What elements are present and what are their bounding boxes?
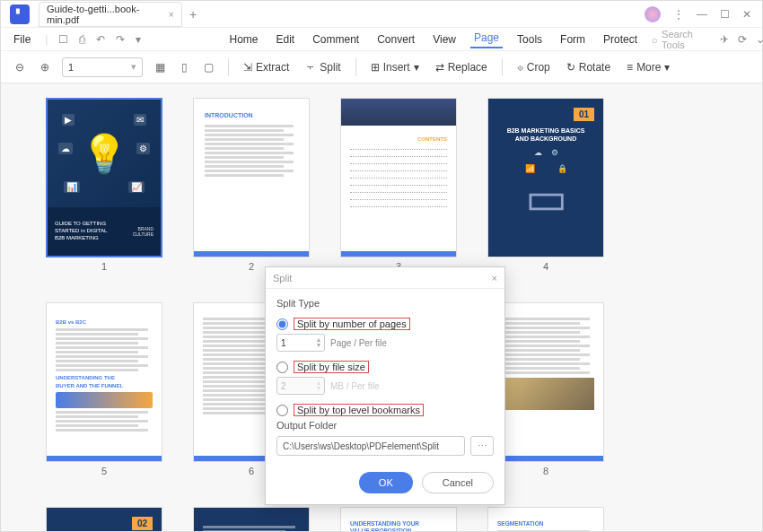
ok-button[interactable]: OK	[359, 472, 413, 493]
maximize-button[interactable]: ☐	[720, 8, 730, 21]
close-window-button[interactable]: ✕	[742, 8, 751, 21]
menu-home[interactable]: Home	[225, 31, 261, 48]
app-logo-icon: ▘	[10, 4, 30, 24]
dialog-titlebar: Split ×	[266, 267, 504, 289]
tab-title: Guide-to-getti...book-min.pdf	[47, 4, 160, 25]
kebab-icon[interactable]: ⋮	[673, 8, 684, 21]
page-toolbar: ⊖ ⊕ 1▾ ▦ ▯ ▢ ⇲Extract ⫟Split ⊞Insert▾ ⇄R…	[1, 51, 762, 83]
more-button[interactable]: ≡More▾	[623, 59, 673, 75]
crop-icon: ⟐	[517, 61, 523, 74]
thumb-label: 2	[249, 261, 254, 272]
chevron-down-icon[interactable]: ⌄	[756, 33, 763, 46]
insert-icon: ⊞	[371, 61, 380, 74]
pg4-num: 01	[574, 108, 594, 121]
menu-protect[interactable]: Protect	[600, 31, 641, 48]
dialog-title: Split	[273, 273, 292, 283]
thumbnails-icon[interactable]: ▦	[152, 59, 169, 75]
zoom-in-icon[interactable]: ⊕	[37, 59, 53, 75]
thumb-label: 1	[101, 261, 107, 272]
cloud-icon[interactable]: ⟳	[738, 33, 747, 46]
menu-form[interactable]: Form	[557, 31, 589, 48]
pg4-heading: B2B MARKETING BASICS AND BACKGROUND	[507, 126, 585, 143]
size-spinner[interactable]: 2▴▾	[276, 377, 325, 395]
output-path-input[interactable]: C:\Users\ws\Desktop\PDFelement\Split	[276, 436, 465, 456]
menu-tools[interactable]: Tools	[513, 31, 546, 48]
pg5-h1: B2B vs B2C	[56, 318, 153, 326]
insert-button[interactable]: ⊞Insert▾	[367, 59, 423, 75]
label-split-bookmarks: Split by top level bookmarks	[294, 404, 424, 416]
replace-icon: ⇄	[435, 61, 444, 74]
dialog-close-icon[interactable]: ×	[492, 273, 497, 283]
pg2-heading: INTRODUCTION	[205, 111, 298, 121]
replace-button[interactable]: ⇄Replace	[432, 59, 491, 75]
titlebar: ▘ Guide-to-getti...book-min.pdf × + ⋮ — …	[1, 1, 762, 28]
rotate-icon: ↻	[566, 61, 575, 74]
menu-convert[interactable]: Convert	[373, 31, 418, 48]
split-type-heading: Split Type	[276, 298, 494, 309]
dropdown-icon[interactable]: ▾	[136, 33, 141, 46]
thumbnail-panel: 💡 ▶✉ ☁⚙ 📊📈 GUIDE TO GETTING STARTED in D…	[1, 83, 762, 531]
rotate-button[interactable]: ↻Rotate	[563, 59, 614, 75]
window-controls: ⋮ — ☐ ✕	[645, 6, 759, 22]
zoom-out-icon[interactable]: ⊖	[12, 59, 28, 75]
search-icon: ⌕	[652, 34, 658, 45]
pages-spinner[interactable]: 1▴▾	[276, 334, 325, 352]
menu-comment[interactable]: Comment	[309, 31, 363, 48]
send-icon[interactable]: ✈	[720, 33, 729, 46]
menu-page[interactable]: Page	[470, 30, 503, 48]
app-window: ▘ Guide-to-getti...book-min.pdf × + ⋮ — …	[0, 0, 763, 532]
menubar: File | ☐ ⎙ ↶ ↷ ▾ Home Edit Comment Conve…	[1, 28, 762, 51]
size-unit: MB / Per file	[330, 381, 379, 391]
pg1-brand: BRAND CULTURE	[133, 226, 153, 238]
document-tab[interactable]: Guide-to-getti...book-min.pdf ×	[39, 2, 182, 27]
print-icon[interactable]: ⎙	[79, 33, 85, 46]
close-tab-icon[interactable]: ×	[169, 9, 174, 20]
search-tools[interactable]: ⌕ Search Tools	[652, 29, 693, 50]
radio-split-size[interactable]	[276, 362, 288, 373]
thumb-label: 5	[101, 466, 107, 476]
crop-button[interactable]: ⟐Crop	[513, 59, 554, 75]
pg12-heading: UNDERSTANDING YOUR VALUE PROPOSITION	[350, 520, 447, 531]
radio-split-bookmarks[interactable]	[276, 405, 288, 416]
thumb-1[interactable]: 💡 ▶✉ ☁⚙ 📊📈 GUIDE TO GETTING STARTED in D…	[46, 98, 162, 272]
split-button[interactable]: ⫟Split	[302, 59, 344, 75]
undo-icon[interactable]: ↶	[96, 33, 105, 46]
thumb-10[interactable]	[193, 507, 310, 531]
radio-split-pages[interactable]	[276, 318, 288, 330]
thumb-label: 6	[249, 466, 254, 476]
single-page-icon[interactable]: ▯	[178, 59, 191, 75]
add-tab-button[interactable]: +	[189, 7, 197, 22]
redo-icon[interactable]: ↷	[116, 33, 125, 46]
thumb-11[interactable]: UNDERSTANDING YOUR VALUE PROPOSITION	[340, 507, 457, 531]
menu-edit[interactable]: Edit	[272, 31, 298, 48]
thumb-2[interactable]: INTRODUCTION 2	[193, 98, 310, 272]
cancel-button[interactable]: Cancel	[422, 472, 494, 493]
file-menu[interactable]: File	[10, 31, 34, 48]
thumb-3[interactable]: CONTENTS 3	[340, 98, 457, 272]
avatar-icon[interactable]	[645, 6, 661, 22]
thumb-12[interactable]: SEGMENTATION	[487, 507, 604, 531]
pg1-title: GUIDE TO GETTING STARTED in DIGITAL B2B …	[55, 221, 107, 241]
thumb-4[interactable]: 01 B2B MARKETING BASICS AND BACKGROUND ▭…	[487, 98, 604, 272]
page-number-input[interactable]: 1▾	[62, 57, 143, 77]
pages-unit: Page / Per file	[330, 338, 387, 348]
two-page-icon[interactable]: ▢	[200, 59, 217, 75]
pg5-h2: UNDERSTANDING THE BUYER AND THE FUNNEL	[56, 374, 153, 389]
search-placeholder: Search Tools	[662, 29, 693, 50]
thumb-9[interactable]: 02 PLANNING	[46, 507, 162, 531]
pg3-heading: CONTENTS	[350, 136, 447, 142]
menu-view[interactable]: View	[429, 31, 460, 48]
label-split-pages: Split by number of pages	[294, 318, 410, 330]
extract-button[interactable]: ⇲Extract	[240, 59, 293, 75]
thumb-5[interactable]: B2B vs B2C UNDERSTANDING THE BUYER AND T…	[46, 302, 162, 476]
more-icon: ≡	[627, 61, 633, 74]
chevron-down-icon: ▾	[414, 61, 419, 74]
split-dialog: Split × Split Type Split by number of pa…	[265, 266, 505, 505]
extract-icon: ⇲	[243, 61, 252, 74]
split-icon: ⫟	[305, 61, 316, 74]
save-icon[interactable]: ☐	[58, 33, 68, 46]
chevron-down-icon: ▾	[664, 61, 670, 74]
minimize-button[interactable]: —	[697, 8, 707, 21]
thumb-label: 4	[543, 261, 548, 272]
browse-button[interactable]: ⋯	[470, 436, 494, 456]
